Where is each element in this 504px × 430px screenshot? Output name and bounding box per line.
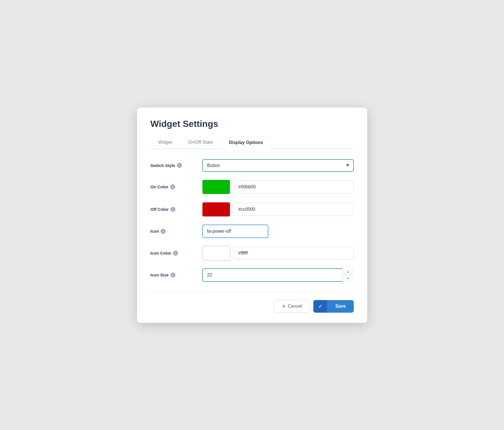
icon-size-label: Icon Size i xyxy=(150,273,195,278)
icon-label: Icon i xyxy=(150,229,195,234)
icon-input[interactable] xyxy=(202,225,268,238)
save-label: Save xyxy=(327,300,354,312)
spinner-up-button[interactable]: ▲ xyxy=(343,268,354,275)
switch-style-info-icon[interactable]: i xyxy=(177,163,182,168)
on-color-label: On Color i xyxy=(150,184,195,189)
save-button[interactable]: ✓ Save xyxy=(313,300,354,313)
icon-color-input[interactable] xyxy=(234,247,354,260)
tabs-bar: Widget On/Off State Display Options xyxy=(150,137,354,149)
icon-color-row: Icon Color i xyxy=(150,246,354,260)
form-body: Switch Style i Button Toggle Slider On C… xyxy=(150,159,354,282)
switch-style-select[interactable]: Button Toggle Slider xyxy=(202,159,354,172)
off-color-label: Off Color i xyxy=(150,207,195,212)
tab-on-off-state[interactable]: On/Off State xyxy=(180,137,221,148)
off-color-input[interactable] xyxy=(234,203,354,216)
off-color-info-icon[interactable]: i xyxy=(170,207,175,212)
on-color-input[interactable] xyxy=(234,180,354,193)
off-color-row: Off Color i xyxy=(150,202,354,217)
icon-row: Icon i xyxy=(150,225,354,238)
switch-style-label: Switch Style i xyxy=(150,163,195,168)
switch-style-select-wrapper: Button Toggle Slider xyxy=(202,159,354,172)
on-color-swatch[interactable] xyxy=(202,180,230,194)
off-color-control xyxy=(202,202,354,217)
on-color-row: On Color i xyxy=(150,180,354,194)
icon-color-label: Icon Color i xyxy=(150,251,195,256)
icon-color-info-icon[interactable]: i xyxy=(173,251,178,256)
tab-widget[interactable]: Widget xyxy=(150,137,180,148)
widget-settings-dialog: Widget Settings Widget On/Off State Disp… xyxy=(137,108,367,323)
number-spinner: ▲ ▼ xyxy=(343,268,354,282)
cancel-label: Cancel xyxy=(288,304,302,309)
dialog-title: Widget Settings xyxy=(150,119,354,129)
cancel-x-icon: ✕ xyxy=(282,304,286,309)
tab-display-options[interactable]: Display Options xyxy=(221,137,271,149)
save-check-icon: ✓ xyxy=(313,300,327,313)
on-color-info-icon[interactable]: i xyxy=(170,184,175,189)
dialog-footer: ✕ Cancel ✓ Save xyxy=(150,292,354,313)
icon-size-control: ▲ ▼ xyxy=(202,268,354,282)
icon-control xyxy=(202,225,354,238)
icon-info-icon[interactable]: i xyxy=(161,229,166,234)
switch-style-row: Switch Style i Button Toggle Slider xyxy=(150,159,354,172)
cancel-button[interactable]: ✕ Cancel xyxy=(274,300,310,313)
icon-color-control xyxy=(202,246,354,260)
icon-size-info-icon[interactable]: i xyxy=(170,273,175,278)
on-color-control xyxy=(202,180,354,194)
icon-size-row: Icon Size i ▲ ▼ xyxy=(150,268,354,282)
spinner-down-button[interactable]: ▼ xyxy=(343,275,354,282)
icon-color-swatch[interactable] xyxy=(202,246,230,260)
icon-size-input[interactable] xyxy=(202,268,354,282)
off-color-swatch[interactable] xyxy=(202,202,230,217)
